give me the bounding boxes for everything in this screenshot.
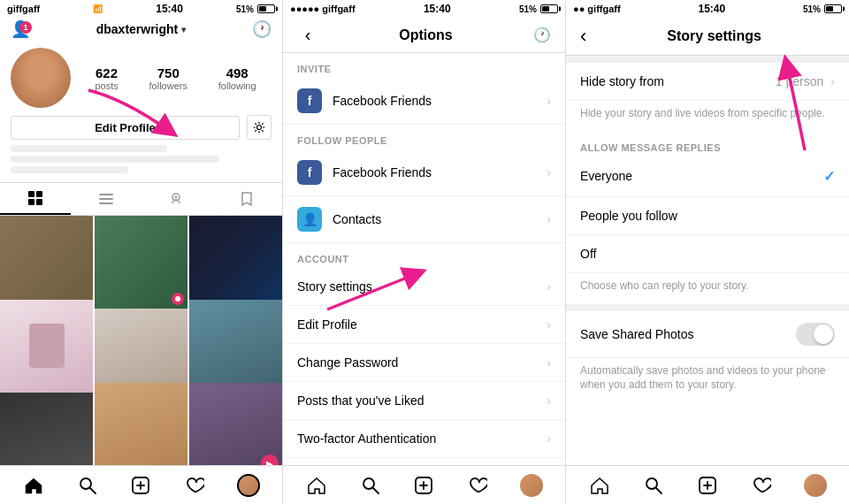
- story-settings-panel: ●● giffgaff 15:40 51% ‹ Story settings H…: [566, 0, 849, 504]
- change-password-item[interactable]: Change Password ›: [283, 344, 565, 382]
- hide-story-item[interactable]: Hide story from 1 person ›: [566, 56, 849, 101]
- nav-avatar-3: [804, 474, 827, 497]
- avatar: [11, 48, 71, 108]
- following-count: 498: [226, 65, 249, 80]
- blocked-users-item[interactable]: Blocked Users ›: [283, 458, 565, 465]
- profile-stats: 622 posts 750 followers 498 following: [80, 65, 272, 91]
- edit-profile-label: Edit Profile: [297, 317, 547, 332]
- nav-home-1[interactable]: [16, 468, 51, 503]
- posts-stat: 622 posts: [95, 65, 118, 91]
- nav-search-3[interactable]: [636, 468, 671, 503]
- back-arrow-story[interactable]: ‹: [580, 25, 586, 48]
- photo-3[interactable]: [189, 216, 282, 309]
- invite-facebook-label: Facebook Friends: [333, 94, 547, 108]
- nav-heart-3[interactable]: [744, 468, 779, 503]
- chevron-down-icon: ▾: [181, 25, 186, 34]
- tab-grid[interactable]: [0, 183, 71, 215]
- everyone-label: Everyone: [580, 169, 823, 183]
- time-1: 15:40: [156, 3, 183, 15]
- bio-line-3: [11, 166, 128, 173]
- svg-rect-2: [36, 191, 42, 197]
- photo-7[interactable]: [0, 383, 93, 465]
- battery-icon-2: [540, 4, 558, 13]
- edit-profile-item[interactable]: Edit Profile ›: [283, 306, 565, 344]
- nav-profile-3[interactable]: [798, 468, 833, 503]
- svg-rect-5: [99, 194, 113, 195]
- nav-heart-2[interactable]: [460, 468, 495, 503]
- followers-stat: 750 followers: [149, 65, 187, 91]
- two-factor-item[interactable]: Two-factor Authentication ›: [283, 420, 565, 458]
- chevron-liked: ›: [547, 393, 551, 408]
- battery-area-3: 51%: [803, 4, 842, 14]
- everyone-option[interactable]: Everyone ✓: [566, 157, 849, 197]
- add-account-btn[interactable]: 👤 1: [11, 19, 30, 39]
- story-settings-item[interactable]: Story settings ›: [283, 268, 565, 306]
- username-row[interactable]: dbaxterwright ▾: [96, 22, 187, 36]
- photo-2[interactable]: [95, 216, 187, 309]
- everyone-checkmark: ✓: [823, 168, 835, 185]
- following-label: following: [218, 80, 256, 91]
- nav-add-3[interactable]: [690, 468, 725, 503]
- options-header: ‹ Options 🕐: [283, 18, 565, 53]
- svg-line-16: [373, 488, 379, 493]
- nav-search-1[interactable]: [70, 468, 105, 503]
- invite-facebook-item[interactable]: f Facebook Friends ›: [283, 78, 565, 125]
- off-option[interactable]: Off: [566, 235, 849, 273]
- posts-count: 622: [96, 65, 118, 80]
- history-icon-2[interactable]: 🕐: [533, 27, 551, 43]
- options-panel: ●●●●● giffgaff 15:40 51% ‹ Options 🕐 INV…: [283, 0, 566, 504]
- contacts-icon: 👤: [297, 207, 322, 232]
- save-photos-toggle[interactable]: [796, 323, 835, 346]
- photo-grid: ▶: [0, 216, 282, 465]
- tab-tagged[interactable]: [142, 183, 212, 215]
- photo-1[interactable]: [0, 216, 93, 309]
- liked-posts-item[interactable]: Posts that you've Liked ›: [283, 382, 565, 420]
- nav-profile-2[interactable]: [514, 468, 549, 503]
- profile-bio: [0, 143, 282, 182]
- follow-contacts-label: Contacts: [333, 212, 547, 226]
- chevron-hide-story: ›: [830, 74, 835, 88]
- carrier-1: giffgaff: [7, 4, 40, 14]
- photo-4[interactable]: [0, 300, 93, 393]
- nav-add-2[interactable]: [406, 468, 441, 503]
- follow-facebook-item[interactable]: f Facebook Friends ›: [283, 149, 565, 196]
- facebook-icon-invite: f: [297, 88, 322, 113]
- chevron-follow-fb: ›: [547, 165, 551, 179]
- follow-contacts-item[interactable]: 👤 Contacts ›: [283, 196, 565, 243]
- settings-icon[interactable]: [247, 115, 272, 140]
- photo-6[interactable]: [189, 300, 282, 393]
- history-icon[interactable]: 🕐: [252, 19, 272, 39]
- photo-8[interactable]: [95, 383, 187, 465]
- tab-saved[interactable]: [211, 183, 282, 215]
- tab-list[interactable]: [71, 183, 142, 215]
- gear-icon: [253, 121, 265, 134]
- followers-count: 750: [157, 65, 180, 80]
- svg-rect-4: [36, 199, 42, 205]
- nav-home-2[interactable]: [299, 468, 334, 503]
- username-text: dbaxterwright: [96, 22, 179, 36]
- photo-9[interactable]: ▶: [189, 383, 282, 465]
- svg-point-20: [646, 478, 657, 489]
- nav-heart-1[interactable]: [177, 468, 212, 503]
- chevron-contacts: ›: [547, 212, 551, 226]
- people-follow-option[interactable]: People you follow: [566, 197, 849, 235]
- svg-rect-3: [28, 199, 34, 205]
- chevron-edit-profile: ›: [547, 317, 551, 332]
- save-photos-item: Save Shared Photos: [566, 304, 849, 358]
- carrier-2: ●●●●● giffgaff: [290, 4, 356, 14]
- photo-5[interactable]: [95, 300, 187, 393]
- followers-label: followers: [149, 80, 187, 91]
- nav-home-3[interactable]: [582, 468, 617, 503]
- battery-area-2: 51%: [519, 4, 558, 14]
- nav-add-1[interactable]: [123, 468, 158, 503]
- back-icon-options[interactable]: ‹: [297, 25, 318, 45]
- battery-pct-1: 51%: [236, 4, 254, 14]
- nav-search-2[interactable]: [353, 468, 388, 503]
- live-icon: [172, 293, 184, 305]
- edit-profile-button[interactable]: Edit Profile: [11, 116, 240, 140]
- wifi-signal-1: 📶: [93, 4, 103, 13]
- story-settings-label: Story settings: [297, 279, 547, 294]
- status-bar-2: ●●●●● giffgaff 15:40 51%: [283, 0, 565, 18]
- nav-profile-1[interactable]: [231, 468, 266, 503]
- chevron-story-settings: ›: [547, 279, 551, 294]
